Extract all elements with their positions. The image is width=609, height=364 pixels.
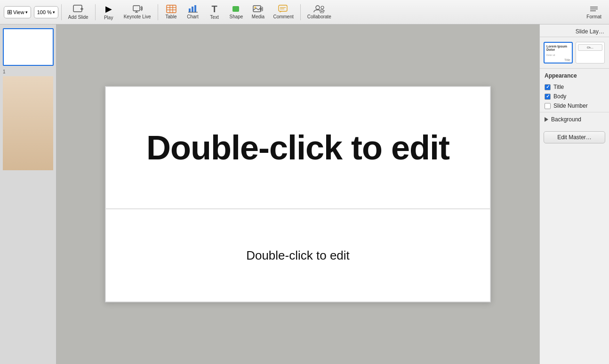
body-checkbox[interactable]: ✓: [545, 94, 551, 100]
add-slide-button[interactable]: Add Slide: [64, 2, 92, 22]
slide-panel: 1: [0, 24, 56, 364]
keynote-live-icon: [132, 5, 143, 13]
table-button[interactable]: Table: [161, 3, 182, 21]
background-triangle-icon: [545, 117, 548, 122]
right-panel: Slide Lay… Lorem Ipsum Dolor Dolor sit T…: [539, 24, 609, 364]
add-slide-icon: [73, 4, 83, 14]
shape-button[interactable]: Shape: [226, 3, 247, 21]
layout-title-label: Title: [564, 58, 570, 62]
collaborate-icon: [313, 5, 326, 13]
svg-point-24: [316, 6, 320, 9]
keynote-live-button[interactable]: Keynote Live: [120, 3, 155, 21]
main-area: 1 Double-click to edit Double-click to e…: [0, 24, 609, 364]
media-label: Media: [252, 14, 264, 19]
svg-rect-12: [192, 7, 193, 12]
slide-canvas: Double-click to edit Double-click to edi…: [105, 86, 491, 302]
toolbar-separator-4: [300, 4, 301, 20]
right-panel-header: Slide Lay…: [540, 24, 609, 37]
slide-body-text: Double-click to edit: [246, 248, 350, 263]
shape-icon: [231, 5, 241, 13]
title-checkbox[interactable]: ✓: [545, 84, 551, 90]
keynote-live-label: Keynote Live: [124, 14, 151, 19]
text-icon: T: [211, 4, 217, 14]
media-icon: [253, 5, 263, 13]
add-slide-label: Add Slide: [68, 15, 88, 20]
svg-rect-20: [279, 5, 287, 11]
toolbar-separator-3: [158, 4, 158, 20]
view-icon: ⊞: [7, 8, 12, 16]
chart-label: Chart: [187, 14, 198, 19]
svg-rect-0: [73, 5, 82, 12]
appearance-section-header: Appearance: [540, 68, 609, 81]
chart-icon: [188, 5, 198, 13]
slide-thumb-inner: [4, 29, 53, 65]
svg-rect-3: [133, 6, 140, 11]
edit-master-button[interactable]: Edit Master…: [544, 131, 605, 143]
appearance-label: Appearance: [545, 72, 577, 79]
slide-number-checkbox-label: Slide Number: [553, 103, 588, 109]
background-label: Background: [551, 116, 581, 123]
toolbar: ⊞ View ▾ 100 % ▾ Add Slide ▶ Play: [0, 0, 609, 24]
view-label: View: [13, 9, 24, 15]
slide-number-checkbox-row[interactable]: Slide Number: [545, 103, 604, 109]
body-checkbox-row[interactable]: ✓ Body: [545, 93, 604, 100]
zoom-selector[interactable]: 100 % ▾: [34, 6, 58, 18]
view-selector[interactable]: ⊞ View ▾: [4, 6, 31, 18]
chart-button[interactable]: Chart: [183, 3, 203, 21]
title-checkmark-icon: ✓: [546, 85, 550, 89]
toolbar-separator-2: [95, 4, 96, 20]
shape-label: Shape: [230, 14, 243, 19]
slide-number-checkbox[interactable]: [545, 103, 551, 109]
appearance-section: ✓ Title ✓ Body Slide Number: [540, 81, 609, 112]
layout-preview-change[interactable]: Ch…: [576, 42, 605, 63]
play-button[interactable]: ▶ Play: [98, 2, 119, 22]
slide-panel-lower: [3, 76, 53, 170]
collaborate-label: Collaborate: [307, 14, 331, 19]
format-icon: [589, 5, 599, 13]
slide-thumbnail-1[interactable]: [3, 28, 54, 66]
play-label: Play: [104, 15, 113, 20]
comment-label: Comment: [273, 14, 293, 19]
layout-change-label: Ch…: [587, 46, 593, 49]
slide-number: 1: [3, 69, 6, 74]
svg-rect-13: [194, 5, 196, 12]
zoom-chevron-icon: ▾: [53, 10, 55, 15]
svg-rect-11: [189, 8, 191, 12]
layout-preview-section: Lorem Ipsum Dolor Dolor sit Title Ch…: [540, 37, 609, 68]
comment-button[interactable]: Comment: [269, 3, 297, 21]
collaborate-button[interactable]: Collaborate: [304, 3, 335, 21]
svg-point-25: [321, 6, 324, 9]
svg-point-19: [261, 8, 262, 10]
layout-change-btn: Ch…: [578, 44, 602, 51]
layout-preview-body-sample: Dolor sit: [546, 54, 570, 57]
comment-icon: [278, 5, 288, 13]
background-row[interactable]: Background: [540, 112, 609, 127]
title-checkbox-label: Title: [553, 84, 564, 90]
layout-preview-title[interactable]: Lorem Ipsum Dolor Dolor sit Title: [544, 42, 573, 63]
slide-body-box[interactable]: Double-click to edit: [105, 209, 490, 302]
table-icon: [166, 5, 176, 13]
table-label: Table: [166, 14, 177, 19]
body-checkbox-label: Body: [553, 93, 566, 100]
layout-preview-title-sample: Lorem Ipsum Dolor: [546, 45, 570, 51]
slide-title-box[interactable]: Double-click to edit: [105, 87, 490, 209]
text-button[interactable]: T Text: [204, 2, 225, 22]
zoom-value: 100 %: [37, 9, 52, 15]
text-label: Text: [210, 15, 218, 20]
format-button[interactable]: Format: [583, 3, 605, 21]
svg-rect-6: [167, 5, 176, 13]
svg-rect-15: [232, 6, 239, 12]
slide-title-text: Double-click to edit: [146, 128, 449, 167]
view-chevron-icon: ▾: [25, 10, 28, 15]
slide-layout-title: Slide Lay…: [576, 28, 604, 35]
play-icon: ▶: [105, 4, 112, 14]
body-checkmark-icon: ✓: [546, 94, 550, 99]
title-checkbox-row[interactable]: ✓ Title: [545, 84, 604, 90]
canvas-area: Double-click to edit Double-click to edi…: [56, 24, 539, 364]
toolbar-separator-1: [61, 4, 62, 20]
media-button[interactable]: Media: [248, 3, 268, 21]
edit-master-label: Edit Master…: [557, 134, 592, 141]
format-label: Format: [586, 14, 601, 19]
